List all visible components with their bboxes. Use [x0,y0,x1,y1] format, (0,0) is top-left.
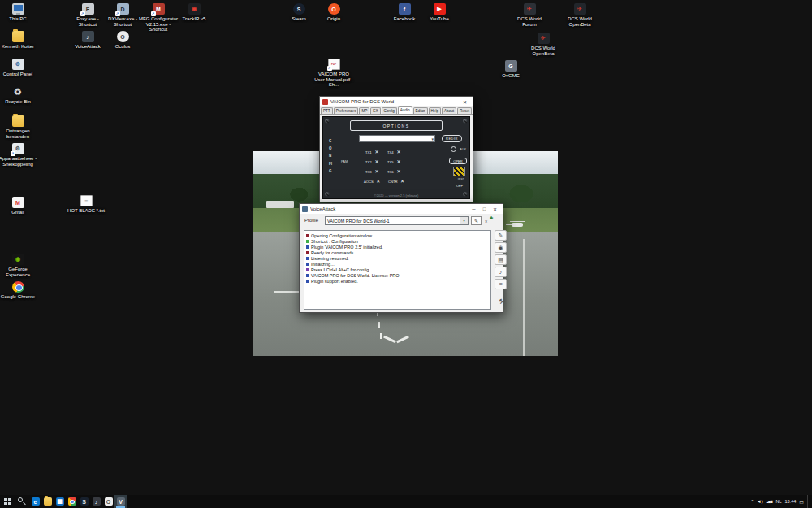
show-desktop-button[interactable] [807,495,810,508]
profile-actions[interactable]: ✚ ✕ [484,215,497,226]
language-indicator[interactable]: NL [776,499,782,504]
desktop-icon-dcs-world-openbeta-2[interactable]: ✈DCS World OpenBeta [524,33,563,56]
version-text: ©2020 — version 2.5 (release) [323,193,469,198]
desktop-icon-foxy-exe[interactable]: F↗Foxy.exe - Shortcut [68,3,107,27]
desktop-icon-recycle-bin[interactable]: ♻Recycle Bin [0,86,37,105]
tab-editor[interactable]: Editor [413,107,428,114]
google-chrome-icon [12,281,24,293]
mfg-configurator-icon: M↗ [153,3,165,15]
prop-icon[interactable]: ✕ [375,179,382,184]
prop-icon[interactable]: ✕ [395,150,402,154]
event-log[interactable]: Opening Configuration windowShortcut : C… [304,230,491,310]
action-center-icon[interactable]: ▭ [799,499,804,505]
desktop-icon-apparaatbeheer[interactable]: ⚙↗Apparaatbeheer - Snelkoppeling [0,143,37,167]
desktop-icon-control-panel[interactable]: ⚙Control Panel [0,59,37,77]
taskbar-app-store[interactable]: ▦ [54,495,66,508]
desktop-icon-origin[interactable]: OOrigin [314,3,353,22]
audio-button[interactable]: ♪ [495,267,507,277]
tab-reset[interactable]: Reset [457,107,472,114]
desktop-icon-facebook[interactable]: fFacebook [385,3,424,22]
vaicom-window: VAICOM PRO for DCS World ─✕ PTTPreferenc… [319,96,473,202]
desktop-icon-oculus[interactable]: OOculus [103,31,142,50]
profile-label: Profile [304,218,318,223]
desktop-icon-vaicom-manual-pdf[interactable]: PDF↗VAICOM PRO User Manual.pdf - Sh... [314,59,353,88]
prop-icon[interactable]: ✕ [374,169,380,174]
tab-ex[interactable]: EX [370,107,380,114]
glyph-char: PDF [331,63,336,66]
desktop-icon-youtube[interactable]: ▶YouTube [420,3,459,22]
vaicom-titlebar[interactable]: VAICOM PRO for DCS World ─✕ [320,97,473,106]
taskbar-app-chrome[interactable] [66,495,78,508]
volume-icon[interactable]: ◄) [757,499,763,504]
taskbar-app-oculus[interactable]: O [102,495,114,508]
desktop-icon-steam[interactable]: SSteam [279,3,318,22]
hazard-switch-cover[interactable] [453,167,465,176]
redir-button[interactable]: REDIR [442,135,462,142]
desktop-icon-trackir-v5[interactable]: ◉TrackIR v5 [175,3,214,22]
desktop-icon-this-pc[interactable]: This PC [0,3,37,22]
vaicom-minimize-button[interactable]: ─ [449,97,460,106]
prop-icon[interactable]: ✕ [400,179,406,184]
voiceattack-minimize-button[interactable]: ─ [469,204,479,214]
shortcut-arrow-icon: ↗ [327,66,332,71]
oper-button[interactable]: OPER [449,158,467,164]
desktop-icon-geforce-experience[interactable]: ◉GeForce Experience [0,254,37,277]
aux-knob[interactable] [451,146,456,152]
search-icon [18,497,23,502]
tab-ptt[interactable]: PTT [321,107,333,114]
chevron-up-icon[interactable]: ^ [751,499,754,504]
options-button[interactable]: ⚒ [496,296,508,306]
tab-preferences[interactable]: Preferences [334,107,359,114]
log-text: Plugin support enabled. [311,279,358,284]
taskbar-app-voiceattack[interactable]: V [114,495,127,508]
tab-about[interactable]: About [442,107,456,114]
tab-audio[interactable]: Audio [398,106,412,114]
commands-list-button[interactable]: ▤ [495,254,507,265]
taskbar-app-steam[interactable]: S [78,495,90,508]
desktop-icon-hot-blade-txt[interactable]: ≡HOT BLADE *.txt [67,195,106,214]
vaicom-close-button[interactable]: ✕ [460,97,470,106]
network-icon[interactable]: ▂▄▆ [767,500,773,503]
dcs-world-forum-icon: ✈ [524,3,536,15]
desktop-icon-mfg-configurator[interactable]: M↗MFG Configurator V2.15.exe - Shortcut [139,3,178,33]
log-line: Initializing... [306,261,489,267]
edit-commands-button[interactable]: ✎ [495,230,507,241]
search-button[interactable] [15,495,28,508]
voiceattack-close-button[interactable]: ✕ [490,204,500,214]
audio-device-dropdown[interactable] [359,135,435,142]
vaicom-tab-strip: PTTPreferencesMPEXConfigAudioEditorHelpA… [320,106,473,115]
tab-mp[interactable]: MP [359,107,369,114]
edge-icon: e [32,497,40,506]
desktop-icon-kenneth-kotter[interactable]: Kenneth Kotter [0,31,37,50]
voiceattack-titlebar[interactable]: VoiceAttack ─□✕ [300,204,503,214]
desktop-icon-voiceattack[interactable]: ♪VoiceAttack [68,31,107,50]
desktop-icon-dcs-world-openbeta[interactable]: ✈DCS World OpenBeta [560,3,599,27]
prop-icon[interactable]: ✕ [374,150,380,154]
taskbar-app-edge[interactable]: e [29,495,41,508]
taskbar-app-voice-chat[interactable]: ♪ [90,495,102,508]
desktop-icon-ontvangen-bestanden[interactable]: Ontvangen bestanden [0,115,37,139]
log-line: Ready for commands. [306,250,489,255]
prop-icon[interactable]: ✕ [395,169,402,174]
desktop-icon-dcs-world-forum[interactable]: ✈DCS World Forum [510,3,549,27]
log-text: Press LCtrl+LAlt+C for config. [311,267,370,272]
desktop-icon-google-chrome[interactable]: Google Chrome [0,281,37,300]
taskbar-app-file-explorer[interactable] [41,495,54,508]
tab-config[interactable]: Config [382,107,397,114]
desktop-icon-gmail[interactable]: MGmail [0,197,37,215]
voiceattack-maximize-button[interactable]: □ [479,204,490,214]
glyph-char: M [15,200,20,206]
profile-dropdown[interactable]: VAICOM PRO for DCS World-1 ▾ [325,216,469,225]
prop-icon[interactable]: ✕ [374,159,380,164]
desktop-icon-ovgme[interactable]: GOvGME [491,60,530,79]
prop-icon[interactable]: ✕ [395,159,402,164]
desktop-icon-dxview-exe[interactable]: D↗DXView.exe - Shortcut [103,3,142,27]
tx-label-tx4: TX4 [387,150,395,154]
edit-profile-button[interactable]: ✎ [471,216,482,225]
menu-button[interactable]: ≡ [495,279,507,289]
start-button[interactable] [0,495,15,508]
clock[interactable]: 13:44 [785,499,797,504]
log-line: Press LCtrl+LAlt+C for config. [306,267,489,272]
tab-help[interactable]: Help [429,107,441,114]
record-button[interactable]: ◉ [495,242,507,253]
